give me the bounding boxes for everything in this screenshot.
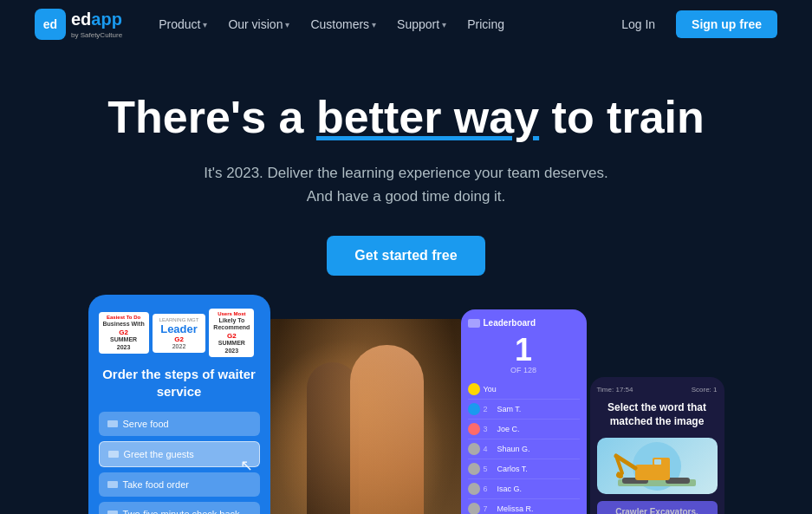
lb-row-6: 7 Melissa R. — [468, 499, 580, 514]
nav-actions: Log In Sign up free — [611, 10, 777, 38]
quiz-item-0: Serve food — [99, 412, 260, 436]
drag-icon — [107, 511, 118, 514]
quiz2-answer-0[interactable]: Crawler Excavators. — [597, 501, 718, 514]
nav-item-product[interactable]: Product ▾ — [150, 12, 216, 36]
rank-of: OF 128 — [468, 366, 580, 374]
quiz-item-1: Greet the guests — [99, 441, 260, 467]
logo[interactable]: ed edapp by SafetyCulture — [35, 9, 122, 40]
quiz-item-2: Take food order — [99, 472, 260, 497]
nav-item-support[interactable]: Support ▾ — [388, 12, 455, 36]
nav-item-our-vision[interactable]: Our vision ▾ — [219, 12, 298, 36]
signup-button[interactable]: Sign up free — [676, 10, 777, 38]
lb-avatar — [468, 423, 480, 435]
quiz2-question: Select the word that matched the image — [597, 400, 718, 430]
quiz2-timer: Time: 17:54 — [597, 386, 633, 394]
lb-row-2: 3 Joe C. — [468, 420, 580, 439]
chevron-down-icon: ▾ — [442, 20, 446, 29]
navbar: ed edapp by SafetyCulture Product ▾ Our … — [0, 0, 812, 49]
quiz-left-title: Order the steps of waiter service — [99, 366, 260, 400]
lb-avatar — [468, 463, 480, 475]
badge-leader: LEARNING MGT Leader G2 2022 — [153, 314, 206, 353]
quiz2-image — [597, 438, 718, 494]
lb-row-0: You — [468, 380, 580, 400]
nav-item-customers[interactable]: Customers ▾ — [302, 12, 385, 36]
quiz2-timer-row: Time: 17:54 Score: 1 — [597, 386, 718, 394]
hero-subtitle: It's 2023. Deliver the learning experien… — [198, 161, 614, 208]
leaderboard-header: Leaderboard — [468, 318, 580, 328]
lb-row-1: 2 Sam T. — [468, 400, 580, 420]
chevron-down-icon: ▾ — [285, 20, 289, 29]
nav-item-pricing[interactable]: Pricing — [458, 12, 513, 36]
nav-links: Product ▾ Our vision ▾ Customers ▾ Suppo… — [150, 12, 611, 36]
hero-section: There's a better way to train It's 2023.… — [0, 49, 812, 302]
chevron-down-icon: ▾ — [203, 20, 207, 29]
badge-likely: Users Most Likely To Recommend G2 SUMMER… — [209, 309, 254, 357]
cursor-icon: ↖ — [240, 456, 253, 475]
drag-icon — [107, 420, 118, 427]
get-started-button[interactable]: Get started free — [327, 236, 484, 276]
lb-avatar — [468, 383, 480, 395]
lb-avatar — [468, 503, 480, 514]
lb-row-4: 5 Carlos T. — [468, 459, 580, 479]
screenshots-area: Easiest To Do Business With G2 SUMMER 20… — [0, 302, 812, 514]
lb-avatar — [468, 403, 480, 415]
quiz-item-3: Two-five minute check back — [99, 502, 260, 514]
quiz2-score: Score: 1 — [692, 386, 718, 394]
chevron-down-icon: ▾ — [372, 20, 376, 29]
lb-avatar — [468, 483, 480, 495]
lb-avatar — [468, 443, 480, 455]
award-badges: Easiest To Do Business With G2 SUMMER 20… — [99, 309, 260, 357]
rank-number: 1 — [468, 335, 580, 366]
phone-leaderboard: Leaderboard 1 OF 128 You 2 Sam T. 3 Joe … — [461, 309, 587, 514]
drag-icon — [108, 451, 119, 458]
logo-sub: by SafetyCulture — [71, 31, 122, 39]
menu-icon — [468, 319, 480, 328]
lb-row-5: 6 Isac G. — [468, 479, 580, 499]
logo-icon: ed — [35, 9, 66, 40]
badge-easiest: Easiest To Do Business With G2 SUMMER 20… — [99, 312, 149, 354]
svg-rect-6 — [654, 459, 661, 465]
photo-people — [270, 319, 461, 514]
hero-title-highlight: better way — [316, 92, 539, 142]
drag-icon — [107, 481, 118, 488]
rank-display: 1 OF 128 — [468, 335, 580, 374]
excavator-svg — [609, 440, 705, 492]
lb-row-3: 4 Shaun G. — [468, 439, 580, 459]
photo-center — [270, 319, 461, 514]
phone-quiz2: Time: 17:54 Score: 1 Select the word tha… — [590, 377, 724, 514]
hero-title: There's a better way to train — [35, 92, 777, 144]
logo-text: edapp — [71, 10, 122, 29]
login-button[interactable]: Log In — [611, 12, 666, 36]
phone-left: Easiest To Do Business With G2 SUMMER 20… — [88, 295, 270, 514]
leaderboard-title: Leaderboard — [484, 318, 536, 328]
